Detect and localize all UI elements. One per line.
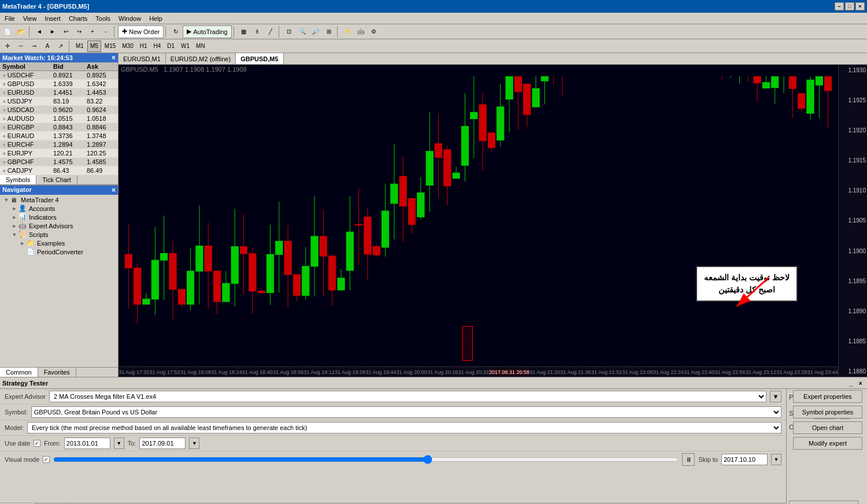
model-dropdown[interactable]: Every tick (the most precise method base… [27,422,781,433]
crosshair-btn[interactable]: ✛ [1,40,14,53]
nav-tree-item-scripts[interactable]: ▼📜Scripts [0,230,118,239]
market-watch-row[interactable]: ●USDCHF0.89210.8925 [0,71,118,80]
market-watch-row[interactable]: ●USDCAD0.96200.9624 [0,106,118,114]
period-d1[interactable]: D1 [164,40,177,52]
arrow-btn[interactable]: ↗ [54,40,67,53]
window-controls[interactable]: − □ × [835,2,865,10]
new-order-button[interactable]: ✚ New Order [118,25,164,38]
chart-candle-btn[interactable]: 🕯 [251,25,264,38]
forward-btn[interactable]: ► [46,25,59,38]
zoom-out-btn[interactable]: - [99,25,112,38]
chart-tab-eurusd-m2[interactable]: EURUSD,M2 (offline) [166,53,236,64]
nav-tab-favorites[interactable]: Favorites [38,368,76,377]
to-date-picker[interactable]: ▼ [189,438,199,449]
new-btn[interactable]: 📄 [1,25,14,38]
start-btn[interactable]: Start [789,501,858,504]
from-date-picker[interactable]: ▼ [114,438,124,449]
chart-tab-eurusd-m1[interactable]: EURUSD,M1 [118,53,166,64]
grid-btn[interactable]: ⊞ [323,25,335,38]
menu-help[interactable]: Help [146,14,166,23]
from-date-input[interactable] [64,438,110,449]
autotrading-button[interactable]: ▶ AutoTrading [183,25,232,38]
market-watch-row[interactable]: ●GBPCHF1.45751.4585 [0,158,118,166]
skip-to-input[interactable] [721,454,768,465]
skip-date-picker[interactable]: ▼ [771,454,781,465]
market-watch-row[interactable]: ●EURAUD1.37361.3748 [0,132,118,140]
symbol-dropdown[interactable]: GBPUSD, Great Britain Pound vs US Dollar [31,406,781,418]
tab-tick-chart[interactable]: Tick Chart [36,175,77,184]
market-watch-row[interactable]: ●EURCHF1.28941.2897 [0,140,118,149]
nav-tree-item-expert-advisors[interactable]: ►🤖Expert Advisors [0,221,118,230]
close-btn[interactable]: × [857,380,865,387]
period-mn[interactable]: MN [193,40,208,52]
menu-file[interactable]: File [1,14,18,23]
tab-symbols[interactable]: Symbols [0,175,36,184]
market-watch-close[interactable]: × [112,54,116,62]
ea-settings-btn[interactable]: ▼ [770,391,781,402]
close-button[interactable]: × [855,2,865,10]
to-date-input[interactable] [139,438,186,449]
mw-ask: 120.25 [84,149,118,158]
period-w1[interactable]: W1 [178,40,192,52]
visual-mode-checkbox[interactable] [43,456,50,463]
market-watch-row[interactable]: ●EURGBP0.88430.8846 [0,123,118,132]
tree-icon: 👤 [18,205,28,212]
nav-tree-item-examples[interactable]: ►📁Examples [0,239,118,247]
indicators-btn[interactable]: ⚡ [341,25,354,38]
maximize-button[interactable]: □ [845,2,854,10]
market-watch-row[interactable]: ●GBPUSD1.63391.6342 [0,80,118,88]
menu-charts[interactable]: Charts [65,14,91,23]
date-row: Use date From: ▼ To: ▼ Modify expert [0,436,786,451]
minimize-button[interactable]: − [835,2,844,10]
autotrading-icon: ▶ [187,28,191,35]
period-m5[interactable]: M5 [87,40,101,52]
chart-inner[interactable]: GBPUSD,M5 1.1907 1.1908 1.1907 1.1908 1.… [118,65,867,377]
nav-tree-item-metatrader-4[interactable]: ▼🖥MetaTrader 4 [0,196,118,204]
nav-tree-item-indicators[interactable]: ►📊Indicators [0,213,118,221]
market-watch-row[interactable]: ●EURJPY120.21120.25 [0,149,118,158]
market-watch-row[interactable]: ●CADJPY86.4386.49 [0,166,118,175]
use-date-checkbox[interactable] [34,440,40,447]
zoom-in2-btn[interactable]: 🔍 [296,25,309,38]
refresh-btn[interactable]: ↻ [169,25,182,38]
menu-insert[interactable]: Insert [41,14,64,23]
nav-tree-item-accounts[interactable]: ►👤Accounts [0,204,118,213]
menu-window[interactable]: Window [115,14,144,23]
hline-btn[interactable]: ⊸ [28,40,40,53]
chart-tab-gbpusd-m5[interactable]: GBPUSD,M5 [236,53,283,64]
back-btn[interactable]: ◄ [33,25,46,38]
period-h1[interactable]: H1 [137,40,150,52]
market-watch-row[interactable]: ●AUDUSD1.05151.0518 [0,114,118,123]
chart-line-btn[interactable]: ╱ [264,25,277,38]
nav-tab-common[interactable]: Common [0,368,38,377]
market-watch-row[interactable]: ●EURUSD1.44511.4453 [0,88,118,97]
menu-view[interactable]: View [20,14,40,23]
zoom-in-btn[interactable]: + [86,25,99,38]
menu-tools[interactable]: Tools [92,14,114,23]
navigator-close[interactable]: × [112,186,116,194]
zoom-fit-btn[interactable]: ⊡ [283,25,295,38]
nav-tree-item-periodconverter[interactable]: 📄PeriodConverter [0,247,118,256]
undo-btn[interactable]: ↩ [60,25,72,38]
mw-bid: 1.4575 [51,158,84,166]
period-m1[interactable]: M1 [73,40,87,52]
mw-symbol: ●GBPCHF [0,158,51,166]
zoom-out2-btn[interactable]: 🔎 [309,25,322,38]
x-axis-label: 31 Aug 21:20 [529,369,560,375]
minimize-btn[interactable]: _ [847,380,855,387]
chart-bar-btn[interactable]: ▦ [238,25,250,38]
redo-btn[interactable]: ↪ [73,25,86,38]
ea-btn[interactable]: 🤖 [354,25,367,38]
market-watch-row[interactable]: ●USDJPY83.1983.22 [0,97,118,106]
speed-slider[interactable] [53,455,679,464]
period-m15[interactable]: M15 [102,40,118,52]
mw-symbol: ●USDJPY [0,97,51,106]
line-tool-btn[interactable]: ─ [14,40,27,53]
pause-btn[interactable]: ⏸ [682,453,695,466]
period-m30[interactable]: M30 [119,40,136,52]
ea-dropdown[interactable]: 2 MA Crosses Mega filter EA V1.ex4 [49,391,766,402]
open-btn[interactable]: 📂 [14,25,27,38]
period-h4[interactable]: H4 [151,40,164,52]
settings-btn[interactable]: ⚙ [368,25,380,38]
text-btn[interactable]: A [41,40,54,53]
